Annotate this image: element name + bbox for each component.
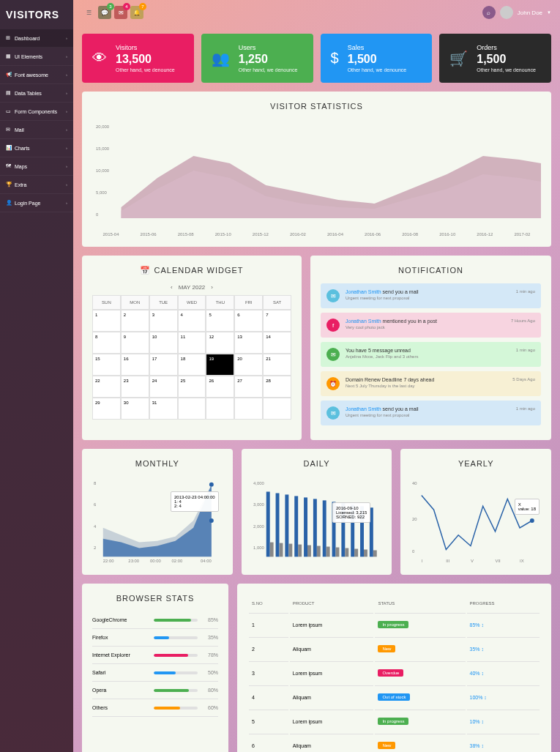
chevron-right-icon: ›: [66, 36, 67, 40]
status-badge: New: [378, 742, 395, 749]
table-header: PRODUCT: [290, 595, 374, 611]
sidebar-item-form-components[interactable]: ▭Form Components›: [0, 103, 73, 121]
search-button[interactable]: ⌕: [482, 6, 496, 19]
sidebar-item-extra[interactable]: 🏆Extra›: [0, 176, 73, 194]
calendar-day-header: TUE: [149, 295, 178, 310]
calendar-cell[interactable]: 4: [178, 310, 206, 332]
calendar-cell[interactable]: 20: [234, 354, 263, 376]
chat-icon[interactable]: 💬3: [98, 6, 111, 19]
table-row: 2AliquamNew35% ↕: [249, 637, 540, 660]
sidebar-item-mail[interactable]: ✉Mail›: [0, 121, 73, 139]
calendar-cell[interactable]: 23: [121, 376, 149, 398]
svg-text:IX: IX: [520, 559, 524, 563]
sidebar-item-data-tables[interactable]: ▤Data Tables›: [0, 84, 73, 103]
calendar-cell[interactable]: 5: [206, 310, 234, 332]
svg-rect-21: [269, 543, 273, 557]
notification-icon: ✉: [326, 289, 340, 302]
calendar-cell[interactable]: 13: [234, 332, 263, 354]
calendar-cell[interactable]: 29: [92, 398, 121, 420]
visitor-chart-title: VISITOR STATISTICS: [92, 102, 541, 111]
chevron-down-icon[interactable]: ▼: [547, 10, 551, 15]
table-header: S.NO: [249, 595, 288, 611]
calendar-cell[interactable]: 10: [149, 332, 178, 354]
mail-icon[interactable]: ✉4: [114, 6, 127, 19]
sidebar-item-ui-elements[interactable]: ▦UI Elements›: [0, 48, 73, 66]
notification-item[interactable]: ✉Jonathan Smith send you a mailUrgent me…: [321, 401, 541, 425]
menu-icon[interactable]: ☰: [82, 6, 95, 19]
svg-text:22:00: 22:00: [103, 559, 114, 563]
calendar-cell[interactable]: 8: [92, 332, 121, 354]
calendar-prev[interactable]: ‹: [165, 284, 179, 291]
calendar-cell[interactable]: 9: [121, 332, 149, 354]
daily-tooltip: 2016-09-10Licensed: 3,215SORNED: 922: [332, 502, 370, 523]
calendar-cell[interactable]: 22: [92, 376, 121, 398]
calendar-cell[interactable]: 21: [263, 354, 291, 376]
monthly-chart-panel: MONTHLY 8642 22:0023:0000:0002:0004:00 2…: [82, 449, 233, 575]
visitor-stats-panel: VISITOR STATISTICS 20,00015,00010,0005,0…: [82, 92, 551, 247]
calendar-cell[interactable]: 30: [121, 398, 149, 420]
sidebar-item-login-page[interactable]: 👤Login Page›: [0, 194, 73, 212]
notification-item[interactable]: fJonathan Smith mentioned you in a postV…: [321, 313, 541, 338]
calendar-cell[interactable]: 17: [149, 354, 178, 376]
sidebar-item-maps[interactable]: 🗺Maps›: [0, 157, 73, 176]
calendar-cell[interactable]: 19: [206, 354, 234, 376]
yearly-chart-panel: YEARLY 40200 IIIIVVIIIX Xvalue: 18: [400, 449, 551, 575]
svg-rect-33: [326, 547, 329, 557]
calendar-cell[interactable]: [178, 398, 206, 420]
calendar-cell[interactable]: 26: [206, 376, 234, 398]
chevron-right-icon: ›: [66, 91, 67, 95]
calendar-cell[interactable]: [263, 398, 291, 420]
table-row: 4AliquamOut of stock100% ↕: [249, 685, 540, 708]
calendar-cell[interactable]: 2: [121, 310, 149, 332]
svg-text:V: V: [471, 559, 474, 563]
calendar-cell[interactable]: [206, 398, 234, 420]
stat-card-orders[interactable]: 🛒Orders1,500Other hand, we denounce: [439, 34, 551, 83]
calendar-cell[interactable]: 31: [149, 398, 178, 420]
chevron-right-icon: ›: [66, 54, 67, 59]
stat-card-visitors[interactable]: 👁Visitors13,500Other hand, we denounce: [82, 34, 194, 83]
table-header: PROGRESS: [467, 595, 540, 611]
calendar-cell[interactable]: 27: [234, 376, 263, 398]
calendar-cell[interactable]: 28: [263, 376, 291, 398]
calendar-cell[interactable]: 16: [121, 354, 149, 376]
sidebar-item-font-awesome[interactable]: 📢Font awesome›: [0, 66, 73, 84]
calendar-cell[interactable]: 25: [178, 376, 206, 398]
avatar[interactable]: [500, 6, 513, 19]
svg-text:10,000: 10,000: [96, 168, 110, 173]
svg-text:0: 0: [412, 549, 415, 554]
notification-item[interactable]: ✉You have 5 message unreadAnjelina Mcce,…: [321, 342, 541, 367]
calendar-cell[interactable]: 14: [263, 332, 291, 354]
calendar-cell[interactable]: 12: [206, 332, 234, 354]
svg-rect-35: [335, 548, 339, 557]
svg-point-10: [209, 518, 214, 523]
chevron-right-icon: ›: [66, 182, 67, 187]
calendar-cell[interactable]: 3: [149, 310, 178, 332]
chevron-right-icon: ›: [66, 127, 67, 132]
sidebar-item-charts[interactable]: 📊Charts›: [0, 139, 73, 157]
notification-item[interactable]: ✉Jonathan Smith send you a mailUrgent me…: [321, 283, 541, 308]
stat-icon: 👁: [92, 50, 107, 67]
stat-icon: 🛒: [449, 50, 468, 67]
svg-text:0: 0: [96, 212, 99, 217]
calendar-cell[interactable]: [234, 398, 263, 420]
sidebar: VISITORS ⊞Dashboard›▦UI Elements›📢Font a…: [0, 0, 73, 752]
calendar-cell[interactable]: 1: [92, 310, 121, 332]
stat-card-sales[interactable]: $Sales1,500Other hand, we denounce: [321, 34, 433, 83]
svg-rect-27: [298, 545, 302, 557]
bell-icon[interactable]: 🔔7: [130, 6, 143, 19]
username[interactable]: John Doe: [518, 10, 542, 16]
calendar-cell[interactable]: 24: [149, 376, 178, 398]
notification-item[interactable]: ⏰Domain Renew Deadline 7 days aheadNext …: [321, 371, 541, 396]
calendar-cell[interactable]: 18: [178, 354, 206, 376]
stat-card-users[interactable]: 👥Users1,250Other hand, we denounce: [201, 34, 313, 83]
chevron-right-icon: ›: [66, 72, 67, 77]
logo: VISITORS: [0, 0, 73, 29]
calendar-cell[interactable]: 6: [234, 310, 263, 332]
calendar-cell[interactable]: 7: [263, 310, 291, 332]
calendar-cell[interactable]: 15: [92, 354, 121, 376]
notification-title: NOTIFICATION: [321, 266, 541, 275]
calendar-cell[interactable]: 11: [178, 332, 206, 354]
svg-text:I: I: [422, 559, 423, 563]
sidebar-item-dashboard[interactable]: ⊞Dashboard›: [0, 29, 73, 48]
calendar-next[interactable]: ›: [205, 284, 219, 291]
